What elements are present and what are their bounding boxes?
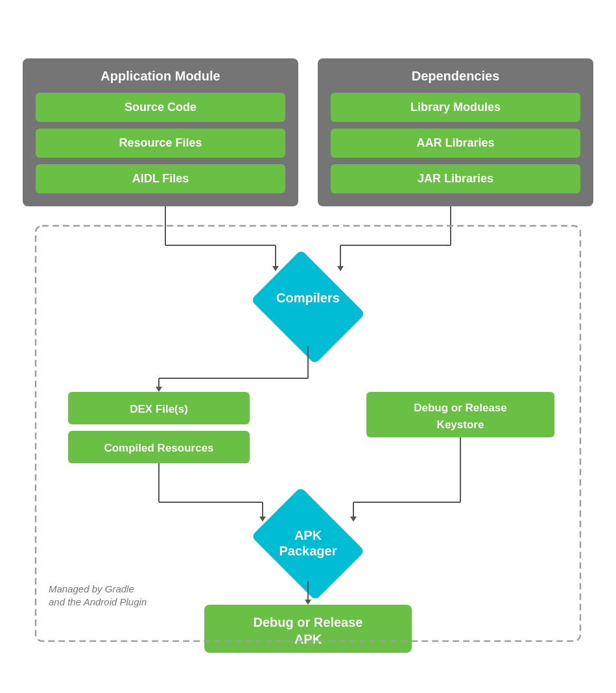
svg-text:DEX File(s): DEX File(s) xyxy=(130,403,188,415)
svg-text:Compilers: Compilers xyxy=(276,291,340,305)
svg-text:Packager: Packager xyxy=(279,544,337,558)
svg-text:APK: APK xyxy=(294,528,322,542)
svg-marker-33 xyxy=(305,600,311,605)
svg-text:Keystore: Keystore xyxy=(437,419,484,431)
resource-files-btn: Resource Files xyxy=(36,128,285,158)
svg-text:Debug or Release: Debug or Release xyxy=(254,615,363,629)
application-module-title: Application Module xyxy=(36,69,285,84)
jar-libraries-btn: JAR Libraries xyxy=(331,164,580,193)
svg-marker-7 xyxy=(337,266,344,271)
svg-text:Managed by Gradle: Managed by Gradle xyxy=(49,583,134,594)
library-modules-btn: Library Modules xyxy=(331,93,580,122)
aar-libraries-btn: AAR Libraries xyxy=(331,128,580,158)
top-section: Application Module Source Code Resource … xyxy=(23,58,593,206)
svg-marker-24 xyxy=(259,517,266,522)
svg-marker-3 xyxy=(272,266,279,271)
svg-marker-28 xyxy=(350,517,357,522)
svg-marker-13 xyxy=(156,387,162,392)
flow-diagram-svg: Compilers DEX File(s) Compiled Resources… xyxy=(23,206,593,635)
svg-text:Debug or Release: Debug or Release xyxy=(414,402,507,414)
svg-text:and the Android Plugin: and the Android Plugin xyxy=(49,596,147,607)
application-module-box: Application Module Source Code Resource … xyxy=(23,58,298,206)
svg-text:APK: APK xyxy=(294,632,322,646)
svg-text:Compiled Resources: Compiled Resources xyxy=(104,442,213,454)
dependencies-box: Dependencies Library Modules AAR Librari… xyxy=(318,58,593,206)
source-code-btn: Source Code xyxy=(36,93,285,122)
diagram: Application Module Source Code Resource … xyxy=(16,45,600,648)
dependencies-title: Dependencies xyxy=(331,69,580,84)
aidl-files-btn: AIDL Files xyxy=(36,164,285,193)
